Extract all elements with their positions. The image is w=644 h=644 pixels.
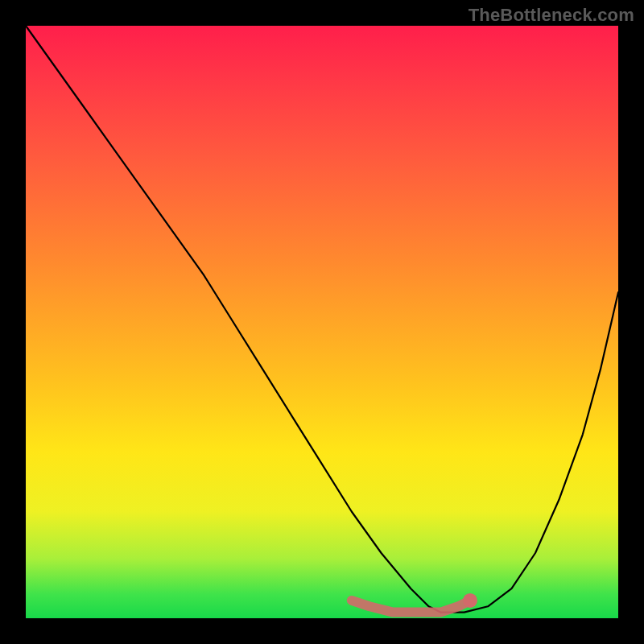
- watermark-label: TheBottleneck.com: [469, 5, 634, 26]
- highlight-dot: [463, 593, 477, 608]
- highlight-segment: [352, 601, 470, 613]
- chart-frame: TheBottleneck.com: [0, 0, 644, 644]
- plot-area: [26, 26, 618, 618]
- bottleneck-curve: [26, 26, 618, 613]
- curve-svg: [26, 26, 618, 618]
